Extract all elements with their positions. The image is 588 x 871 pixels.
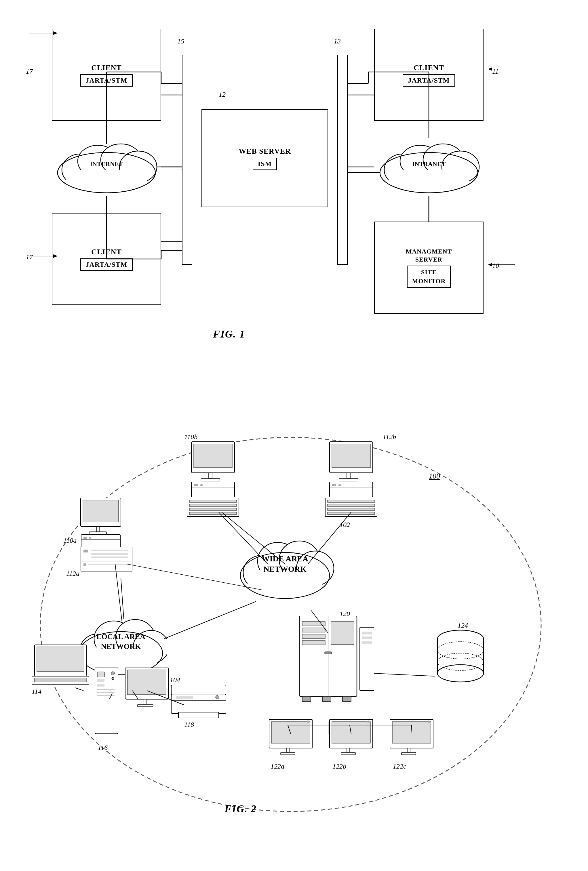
svg-marker-19 (53, 31, 58, 35)
svg-rect-130 (144, 699, 147, 704)
client-top-left-box: CLIENT JARTA/STM (52, 29, 161, 121)
web-server-inner: ISM (253, 158, 277, 170)
web-server-box: WEB SERVER ISM (202, 109, 328, 207)
device-122b (328, 719, 374, 763)
svg-rect-119 (95, 667, 118, 734)
svg-point-169 (367, 720, 370, 723)
ref-118: 118 (184, 721, 194, 729)
client-bottom-left-label: CLIENT (91, 247, 122, 257)
management-server-inner: SITEMONITOR (407, 266, 451, 288)
device-118 (170, 685, 227, 719)
device-122a (268, 719, 314, 763)
svg-rect-94 (194, 484, 198, 486)
fig2-diagram: 100 WIDE AREANETWORK 102 LOCAL AREANETWO… (17, 409, 564, 858)
ref-120: 120 (340, 610, 350, 618)
svg-rect-151 (322, 696, 331, 702)
wan-cloud: WIDE AREANETWORK (236, 524, 334, 604)
svg-rect-79 (89, 537, 91, 539)
client-top-right-label: CLIENT (414, 63, 444, 73)
svg-point-164 (307, 720, 309, 723)
management-server-box: MANAGMENTSERVER SITEMONITOR (374, 221, 483, 314)
svg-rect-106 (329, 482, 373, 497)
svg-rect-166 (332, 722, 370, 743)
svg-rect-121 (97, 679, 105, 682)
svg-rect-140 (302, 621, 325, 626)
client-top-left-inner: JARTA/STM (80, 74, 132, 87)
client-top-right-inner: JARTA/STM (402, 74, 455, 87)
svg-rect-107 (332, 484, 336, 486)
device-124 (435, 627, 486, 685)
svg-rect-88 (88, 564, 128, 565)
device-monitor-116b (124, 667, 170, 717)
svg-rect-82 (84, 549, 88, 552)
device-112b-rack (325, 498, 377, 518)
svg-rect-116 (37, 647, 84, 672)
ref-12: 12 (219, 91, 226, 99)
svg-rect-92 (201, 479, 220, 481)
svg-rect-112 (328, 504, 375, 506)
svg-line-181 (374, 673, 435, 676)
svg-rect-103 (332, 444, 370, 468)
client-bottom-left-box: CLIENT JARTA/STM (52, 213, 161, 305)
ref-112a: 112a (66, 570, 79, 578)
svg-point-137 (215, 696, 219, 699)
web-server-label: WEB SERVER (239, 147, 291, 156)
internet-cloud: INTERNET (52, 132, 161, 196)
intranet-cloud: INTRANET (374, 132, 483, 196)
svg-rect-171 (392, 722, 431, 743)
svg-rect-120 (97, 672, 105, 677)
svg-rect-122 (97, 684, 105, 687)
svg-rect-98 (189, 500, 236, 503)
ref-15: 15 (177, 37, 184, 45)
svg-line-187 (75, 688, 84, 691)
svg-point-124 (112, 677, 114, 679)
svg-marker-39 (488, 263, 492, 266)
ref-122a: 122a (271, 763, 284, 770)
client-bottom-left-inner: JARTA/STM (80, 258, 132, 271)
ref-13: 13 (334, 37, 341, 45)
svg-rect-163 (281, 753, 295, 755)
svg-rect-118 (34, 678, 86, 682)
svg-marker-37 (53, 254, 58, 258)
svg-rect-161 (271, 722, 310, 743)
svg-rect-143 (302, 641, 325, 645)
svg-rect-78 (84, 537, 87, 539)
svg-rect-90 (194, 444, 232, 468)
svg-rect-129 (127, 670, 166, 694)
svg-rect-173 (401, 753, 416, 755)
client-top-left-label: CLIENT (91, 63, 122, 73)
svg-rect-77 (81, 534, 120, 548)
svg-rect-105 (339, 479, 358, 481)
svg-line-177 (164, 602, 256, 639)
svg-rect-172 (407, 748, 410, 753)
svg-rect-74 (83, 500, 118, 522)
svg-rect-111 (328, 500, 375, 503)
svg-rect-168 (341, 753, 355, 755)
svg-rect-126 (97, 692, 115, 693)
svg-rect-100 (189, 508, 236, 510)
bar-13 (337, 55, 348, 265)
svg-rect-104 (347, 473, 350, 479)
svg-rect-84 (91, 553, 128, 555)
ref-102: 102 (340, 521, 350, 528)
svg-point-123 (111, 672, 115, 675)
svg-rect-133 (171, 685, 226, 695)
svg-rect-152 (343, 696, 351, 702)
ref-122b: 122b (332, 763, 346, 770)
svg-rect-142 (302, 634, 325, 639)
svg-rect-101 (189, 512, 236, 515)
svg-rect-167 (347, 748, 350, 753)
ref-122c: 122c (393, 763, 406, 770)
svg-rect-162 (286, 748, 289, 753)
bar-15 (182, 55, 192, 265)
fig1-diagram: 17 CLIENT JARTA/STM INTERNET 15 13 WEB (17, 12, 564, 386)
ref-110b: 110b (184, 433, 197, 441)
svg-rect-127 (97, 695, 115, 696)
intranet-label: INTRANET (412, 160, 446, 168)
svg-rect-91 (209, 473, 212, 479)
svg-rect-145 (325, 652, 332, 654)
svg-rect-144 (331, 621, 354, 645)
svg-rect-131 (138, 704, 153, 707)
svg-rect-108 (338, 484, 341, 486)
ref-116: 116 (98, 744, 108, 751)
